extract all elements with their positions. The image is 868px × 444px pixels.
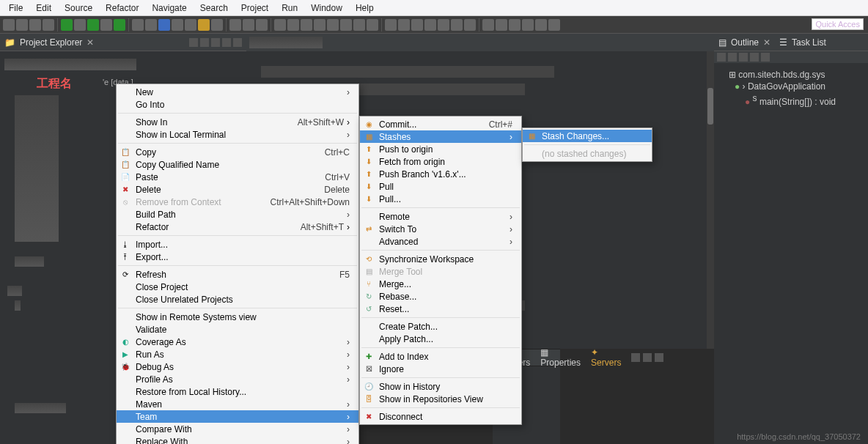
tool-icon[interactable]	[482, 19, 494, 31]
outline-tool-icon[interactable]	[728, 53, 737, 62]
tool-icon[interactable]	[367, 19, 378, 31]
tool-icon[interactable]	[438, 19, 449, 31]
tool-icon[interactable]	[522, 19, 534, 31]
team-sync-workspace[interactable]: ⟲Synchronize Workspace	[360, 253, 521, 265]
team-remote[interactable]: Remote›	[360, 210, 521, 223]
outline-class[interactable]: ● › DataGovApplication	[720, 81, 862, 92]
tool-icon[interactable]	[114, 19, 125, 31]
ctx-profile-as[interactable]: Profile As›	[117, 373, 358, 385]
menu-help[interactable]: Help	[350, 1, 380, 15]
context-menu-stashes[interactable]: ▦Stash Changes... (no stashed changes)	[522, 127, 652, 162]
team-push-origin[interactable]: ⬆Push to origin	[360, 143, 521, 155]
tool-icon[interactable]	[132, 19, 144, 31]
tool-icon[interactable]	[548, 19, 560, 31]
tool-icon[interactable]	[340, 19, 352, 31]
ctx-restore-history[interactable]: Restore from Local History...	[117, 385, 358, 398]
ctx-build-path[interactable]: Build Path›	[117, 208, 358, 221]
tool-icon[interactable]	[353, 19, 365, 31]
bottom-tool-icon[interactable]	[631, 353, 640, 362]
outline-tool-icon[interactable]	[717, 53, 726, 62]
outline-tree[interactable]: ⊞ com.sitech.bds.dg.sys ● › DataGovAppli…	[714, 63, 868, 114]
tool-icon[interactable]	[256, 19, 268, 31]
ctx-refactor[interactable]: RefactorAlt+Shift+T›	[117, 221, 358, 233]
tool-icon[interactable]	[100, 19, 112, 31]
tool-icon[interactable]	[385, 19, 397, 31]
bottom-tool-icon[interactable]	[655, 353, 663, 362]
minimize-icon[interactable]	[222, 38, 231, 47]
focus-icon[interactable]	[200, 38, 209, 47]
menu-run[interactable]: Run	[276, 1, 304, 15]
tool-icon[interactable]	[243, 19, 254, 31]
tool-icon[interactable]	[158, 19, 170, 31]
ctx-close-project[interactable]: Close Project	[117, 281, 358, 293]
menu-file[interactable]: File	[3, 1, 29, 15]
tool-icon[interactable]	[211, 19, 223, 31]
team-show-repos[interactable]: 🗄Show in Repositories View	[360, 393, 521, 405]
outline-tab-row[interactable]: ▤ Outline ✕ ☰ Task List	[714, 34, 868, 51]
ctx-coverage-as[interactable]: ◐Coverage As›	[117, 336, 358, 348]
context-menu-team[interactable]: ◉Commit...Ctrl+# ▦Stashes› ⬆Push to orig…	[359, 116, 522, 425]
context-menu-main[interactable]: New› Go Into Show InAlt+Shift+W› Show in…	[116, 84, 359, 444]
tool-icon[interactable]	[451, 19, 463, 31]
team-switch-to[interactable]: ⇄Switch To›	[360, 223, 521, 235]
ctx-paste[interactable]: 📄PasteCtrl+V	[117, 171, 358, 183]
tool-icon[interactable]	[198, 19, 210, 31]
tool-icon[interactable]	[16, 19, 28, 31]
team-advanced[interactable]: Advanced›	[360, 235, 521, 248]
project-explorer-tab[interactable]: 📁 Project Explorer ✕	[0, 34, 246, 51]
outline-label[interactable]: Outline	[731, 37, 759, 48]
team-merge[interactable]: ⑂Merge...	[360, 278, 521, 290]
menu-project[interactable]: Project	[235, 1, 274, 15]
tool-icon[interactable]	[229, 19, 241, 31]
menu-navigate[interactable]: Navigate	[146, 1, 192, 15]
menu-edit[interactable]: Edit	[30, 1, 57, 15]
editor-scrollbar[interactable]	[707, 51, 714, 349]
ctx-export[interactable]: ⭱Export...	[117, 251, 358, 263]
outline-tool-icon[interactable]	[761, 53, 770, 62]
team-pull-dialog[interactable]: ⬇Pull...	[360, 193, 521, 205]
outline-tool-icon[interactable]	[750, 53, 759, 62]
ctx-copy[interactable]: 📋CopyCtrl+C	[117, 146, 358, 158]
ctx-delete[interactable]: ✖DeleteDelete	[117, 183, 358, 196]
quick-access-field[interactable]: Quick Acces	[812, 18, 864, 30]
tool-icon[interactable]	[29, 19, 41, 31]
ctx-refresh[interactable]: ⟳RefreshF5	[117, 268, 358, 281]
menu-source[interactable]: Source	[59, 1, 98, 15]
team-rebase[interactable]: ↻Rebase...	[360, 290, 521, 303]
bottom-tool-icon[interactable]	[643, 353, 652, 362]
ctx-close-unrelated[interactable]: Close Unrelated Projects	[117, 293, 358, 306]
main-toolbar[interactable]: Quick Acces	[0, 16, 868, 34]
team-push-branch[interactable]: ⬆Push Branch 'v1.6.x'...	[360, 168, 521, 180]
ctx-new[interactable]: New›	[117, 86, 358, 98]
close-icon[interactable]: ✕	[763, 37, 770, 48]
maximize-icon[interactable]	[233, 38, 242, 47]
team-stashes[interactable]: ▦Stashes›	[360, 130, 521, 143]
ctx-go-into[interactable]: Go Into	[117, 98, 358, 111]
ctx-replace-with[interactable]: Replace With›	[117, 435, 358, 444]
tool-icon[interactable]	[535, 19, 547, 31]
view-menu-icon[interactable]	[211, 38, 220, 47]
ctx-maven[interactable]: Maven›	[117, 398, 358, 410]
team-disconnect[interactable]: ✖Disconnect	[360, 410, 521, 423]
stash-changes[interactable]: ▦Stash Changes...	[523, 130, 652, 142]
team-ignore[interactable]: ☒Ignore	[360, 363, 521, 375]
tool-icon[interactable]	[3, 19, 15, 31]
menu-search[interactable]: Search	[194, 1, 234, 15]
tool-icon[interactable]	[61, 19, 73, 31]
tool-icon[interactable]	[172, 19, 183, 31]
tab-properties[interactable]: ▦ Properties	[540, 347, 581, 368]
ctx-show-terminal[interactable]: Show in Local Terminal›	[117, 128, 358, 141]
tool-icon[interactable]	[314, 19, 326, 31]
tool-icon[interactable]	[74, 19, 86, 31]
tool-icon[interactable]	[43, 19, 54, 31]
ctx-team[interactable]: Team›	[117, 410, 358, 423]
team-commit[interactable]: ◉Commit...Ctrl+#	[360, 118, 521, 130]
ctx-import[interactable]: ⭳Import...	[117, 238, 358, 251]
scrollbar-thumb[interactable]	[707, 88, 713, 125]
team-fetch-origin[interactable]: ⬇Fetch from origin	[360, 155, 521, 168]
ctx-validate[interactable]: Validate	[117, 323, 358, 336]
outline-tool-icon[interactable]	[739, 53, 748, 62]
ctx-compare-with[interactable]: Compare With›	[117, 423, 358, 435]
ctx-show-in[interactable]: Show InAlt+Shift+W›	[117, 116, 358, 128]
editor-tab-strip[interactable]	[246, 34, 714, 51]
